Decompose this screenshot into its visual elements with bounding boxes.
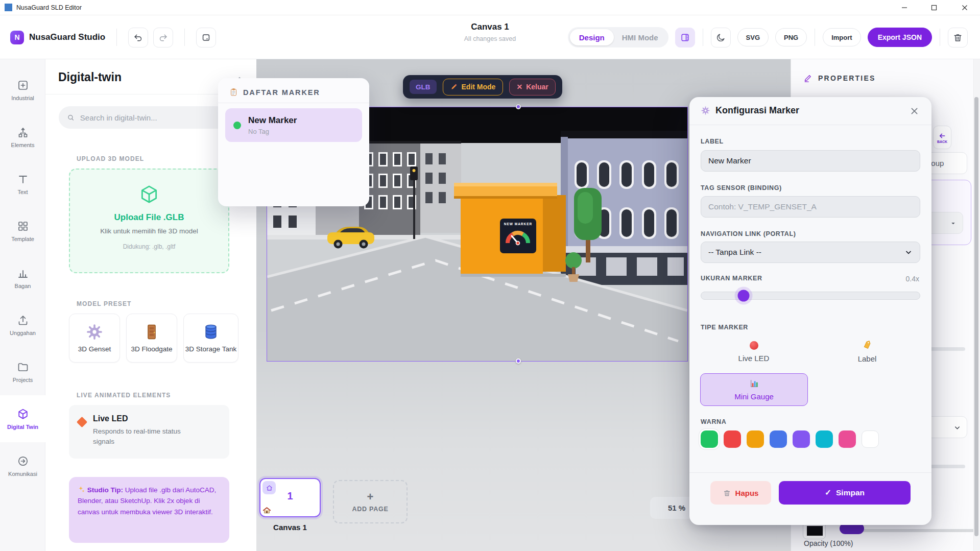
page-number: 1: [260, 490, 320, 502]
redo-icon: [158, 33, 168, 42]
scene-toolbar: GLB Edit Mode ✕ Keluar: [403, 75, 562, 99]
rail-item-elements[interactable]: Elements: [0, 113, 45, 160]
panel-toggle-button[interactable]: [675, 28, 695, 47]
marker-list-item[interactable]: New Marker No Tag: [225, 108, 362, 142]
type-label: TIPE MARKER: [701, 324, 748, 331]
tag-sensor-input[interactable]: [701, 196, 920, 218]
preset-section-label: MODEL PRESET: [77, 300, 131, 307]
rail-item-template[interactable]: Template: [0, 207, 45, 254]
tab-design[interactable]: Design: [570, 29, 614, 45]
undo-button[interactable]: [128, 28, 148, 47]
marker-list-popup: DAFTAR MARKER New Marker No Tag: [218, 78, 369, 206]
divider: [116, 29, 117, 46]
live-section-label: LIVE ANIMATED ELEMENTS: [77, 392, 171, 399]
type-mini-gauge[interactable]: Mini Gauge: [700, 373, 808, 406]
export-svg-button[interactable]: SVG: [737, 28, 769, 46]
dialog-title: Konfigurasi Marker: [715, 105, 799, 116]
save-status: All changes saved: [414, 35, 567, 42]
color-swatch-amber[interactable]: [747, 430, 764, 448]
export-png-button[interactable]: PNG: [775, 28, 807, 46]
marker-size-slider[interactable]: [701, 292, 920, 300]
opacity-slider-track[interactable]: [845, 529, 975, 532]
color-swatch-cyan[interactable]: [816, 430, 833, 448]
marker-tag: No Tag: [248, 128, 297, 135]
upload-subtitle: Klik untuk memilih file 3D model: [70, 227, 228, 235]
search-icon: [67, 113, 75, 122]
selection-handle-top[interactable]: [516, 104, 521, 109]
nav-link-select[interactable]: -- Tanpa Link --: [701, 242, 920, 263]
color-swatch-blue[interactable]: [770, 430, 787, 448]
rail-item-text[interactable]: Text: [0, 160, 45, 207]
clipboard-icon: [229, 88, 238, 97]
type-label-marker[interactable]: Label: [814, 337, 920, 367]
tab-hmi-mode[interactable]: HMI Mode: [614, 33, 666, 42]
door-icon: [143, 323, 160, 341]
divider: [703, 29, 703, 46]
studio-tip: Studio Tip: Upload file .glb dari AutoCA…: [69, 477, 229, 543]
clear-canvas-button[interactable]: [948, 28, 968, 47]
preset-3d-floodgate[interactable]: 3D Floodgate: [126, 314, 177, 363]
rail-item-bagan[interactable]: Bagan: [0, 254, 45, 301]
import-button[interactable]: Import: [823, 28, 861, 46]
chevron-down-icon: [904, 248, 913, 256]
save-marker-button[interactable]: ✓ Simpan: [779, 481, 911, 505]
back-button[interactable]: BACK: [933, 126, 951, 149]
plus-icon: +: [367, 491, 374, 502]
export-json-button[interactable]: Export JSON: [868, 28, 932, 47]
redo-button[interactable]: [153, 28, 173, 47]
rail-item-komunikasi[interactable]: Komunikasi: [0, 442, 45, 489]
chevron-down-icon: [953, 424, 961, 432]
delete-marker-button[interactable]: Hapus: [710, 481, 771, 505]
preset-3d-storage-tank[interactable]: 3D Storage Tank: [183, 314, 238, 363]
color-swatch-white[interactable]: [862, 430, 879, 448]
page-thumbnail-1[interactable]: 1: [259, 478, 321, 517]
add-page-button[interactable]: + ADD PAGE: [333, 480, 408, 523]
type-live-led[interactable]: Live LED: [701, 337, 807, 367]
upload-glb-dropzone[interactable]: Upload File .GLB Klik untuk memilih file…: [69, 169, 229, 273]
divider: [184, 29, 185, 46]
brand-name: NusaGuard Studio: [29, 32, 105, 42]
upload-section-label: UPLOAD 3D MODEL: [77, 155, 144, 162]
size-value: 0.4x: [906, 275, 919, 283]
os-titlebar: NusaGuard SLD Editor: [0, 0, 980, 15]
scene-marker-gauge[interactable]: NEW MARKER: [500, 219, 536, 253]
nodes-icon: [17, 126, 29, 138]
close-dialog-button[interactable]: [910, 106, 919, 116]
close-icon: [910, 106, 919, 116]
status-dot-icon: [233, 122, 241, 129]
preset-3d-genset[interactable]: 3D Genset: [69, 314, 120, 363]
exit-edit-button[interactable]: ✕ Keluar: [509, 79, 555, 95]
edit-mode-button[interactable]: Edit Mode: [443, 79, 504, 95]
app-header: N NusaGuard Studio Canvas 1 All changes …: [0, 15, 980, 59]
live-led-card[interactable]: Live LED Responds to real-time status si…: [69, 405, 229, 459]
tip-prefix: Studio Tip:: [87, 486, 123, 494]
rail-item-digital-twin[interactable]: Digital Twin: [0, 395, 45, 442]
upload-icon: [17, 314, 29, 326]
nav-link-label: NAVIGATION LINK (PORTAL): [701, 230, 796, 237]
color-swatch-red[interactable]: [724, 430, 741, 448]
rail-item-projects[interactable]: Projects: [0, 348, 45, 395]
upload-hint: Didukung: .glb, .gltf: [70, 243, 228, 250]
frame-icon: [201, 33, 211, 42]
close-window-button[interactable]: [953, 0, 976, 15]
gear-icon: [86, 323, 103, 341]
sidebar-layout-icon: [680, 33, 690, 42]
rail-item-industrial[interactable]: Industrial: [0, 66, 45, 113]
label-field-label: LABEL: [701, 138, 724, 145]
dark-mode-button[interactable]: [711, 28, 731, 47]
text-icon: [17, 173, 29, 185]
color-swatch-pink[interactable]: [839, 430, 856, 448]
color-swatch-purple[interactable]: [793, 430, 810, 448]
led-diamond-icon: [77, 417, 87, 427]
scrollbar-thumb[interactable]: [974, 97, 978, 536]
live-led-desc: Responds to real-time status signals: [93, 426, 190, 446]
frame-tool-button[interactable]: [196, 28, 216, 47]
label-input[interactable]: [701, 150, 920, 172]
minimize-button[interactable]: [893, 0, 916, 15]
glb-badge: GLB: [410, 80, 437, 94]
maximize-button[interactable]: [922, 0, 946, 15]
color-swatch-green[interactable]: [701, 430, 718, 448]
rail-item-unggahan[interactable]: Unggahan: [0, 301, 45, 348]
selection-handle-bottom[interactable]: [516, 358, 521, 364]
slider-thumb[interactable]: [738, 290, 750, 302]
